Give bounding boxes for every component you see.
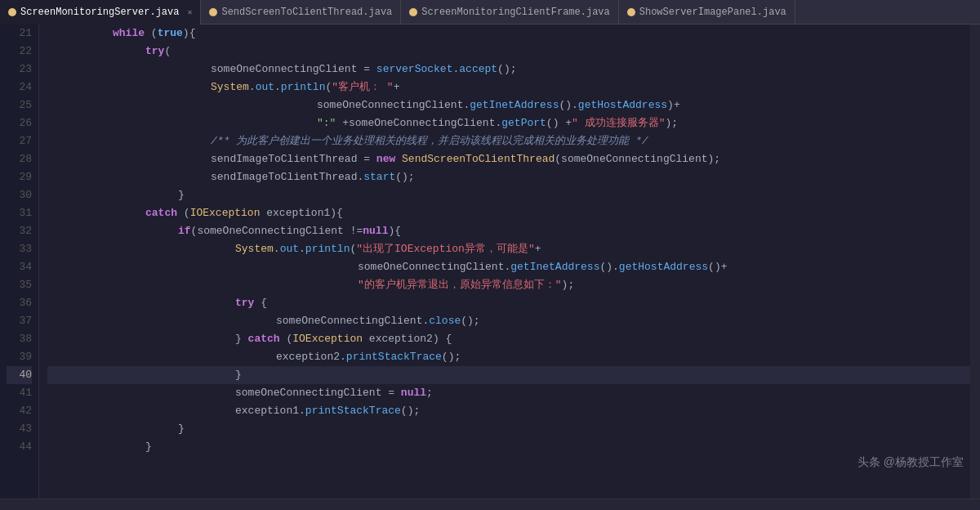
code-line-38: } catch ( IOException exception2) { [47,330,970,348]
line-number-40: 40 [7,366,32,384]
line-number-34: 34 [7,258,32,276]
tab-label-2: SendScreenToClientThread.java [221,7,392,18]
editor-area: 21 22 23 24 25 26 27 28 29 30 31 32 33 3… [0,25,980,499]
line-number-33: 33 [7,240,32,258]
code-line-37: someOneConnectingClient. close (); [47,312,970,330]
line-number-30: 30 [7,186,32,204]
code-line-25: someOneConnectingClient. getInetAddress … [47,96,970,114]
code-line-26: ":" +someOneConnectingClient. getPort ()… [47,114,970,132]
line-number-21: 21 [7,25,32,42]
line-number-27: 27 [7,132,32,150]
tab-icon-2 [209,8,217,16]
line-number-32: 32 [7,222,32,240]
code-line-35: "的客户机异常退出，原始异常信息如下：" ); [47,276,970,294]
code-line-22: try ( [47,42,970,60]
line-number-28: 28 [7,150,32,168]
tab-label-3: ScreenMonitoringClientFrame.java [421,7,609,18]
code-line-24: System . out . println ( "客户机： " + [47,78,970,96]
code-line-41: someOneConnectingClient = null ; [47,384,970,402]
code-line-31: catch ( IOException exception1){ [47,204,970,222]
tab-icon-4 [627,8,635,16]
tab-client-frame[interactable]: ScreenMonitoringClientFrame.java [401,0,618,25]
tab-send-screen[interactable]: SendScreenToClientThread.java [201,0,401,25]
line-number-24: 24 [7,78,32,96]
vertical-scrollbar[interactable] [970,25,980,499]
tab-icon-1 [8,8,16,16]
tab-label-1: ScreenMonitoringServer.java [20,7,179,18]
code-line-34: someOneConnectingClient. getInetAddress … [47,258,970,276]
line-number-43: 43 [7,420,32,438]
code-line-33: System . out . println ( "出现了IOException… [47,240,970,258]
code-line-32: if (someOneConnectingClient != null ){ [47,222,970,240]
line-number-38: 38 [7,330,32,348]
line-number-29: 29 [7,168,32,186]
code-line-42: exception1. printStackTrace (); [47,402,970,420]
watermark: 头条 @杨教授工作室 [858,455,964,470]
code-line-27: /** 为此客户创建出一个业务处理相关的线程，并启动该线程以完成相关的业务处理功… [47,132,970,150]
code-line-43: } [47,420,970,438]
tab-close-1[interactable]: ✕ [187,7,192,17]
line-numbers: 21 22 23 24 25 26 27 28 29 30 31 32 33 3… [0,25,39,499]
line-number-22: 22 [7,42,32,60]
line-number-41: 41 [7,384,32,402]
line-number-31: 31 [7,204,32,222]
code-line-21: while ( true ){ [47,25,970,42]
tab-icon-3 [409,8,417,16]
line-number-36: 36 [7,294,32,312]
bottom-scroll-bar[interactable] [0,499,980,510]
tab-label-4: ShowServerImagePanel.java [639,7,786,18]
code-line-40: } [47,366,970,384]
line-number-23: 23 [7,60,32,78]
code-line-39: exception2. printStackTrace (); [47,348,970,366]
code-line-44: } [47,438,970,456]
code-line-28: sendImageToClientThread = new SendScreen… [47,150,970,168]
line-number-25: 25 [7,96,32,114]
line-number-35: 35 [7,276,32,294]
ide-container: ScreenMonitoringServer.java ✕ SendScreen… [0,0,980,510]
code-line-36: try { [47,294,970,312]
line-number-26: 26 [7,114,32,132]
line-number-42: 42 [7,402,32,420]
code-editor[interactable]: while ( true ){ try ( someOneConnectingC… [39,25,970,499]
code-line-30: } [47,186,970,204]
tab-bar: ScreenMonitoringServer.java ✕ SendScreen… [0,0,980,25]
tab-image-panel[interactable]: ShowServerImagePanel.java [619,0,795,25]
line-number-37: 37 [7,312,32,330]
code-line-23: someOneConnectingClient = serverSocket .… [47,60,970,78]
tab-screen-monitoring-server[interactable]: ScreenMonitoringServer.java ✕ [0,0,201,25]
line-number-39: 39 [7,348,32,366]
code-line-29: sendImageToClientThread. start (); [47,168,970,186]
line-number-44: 44 [7,438,32,456]
